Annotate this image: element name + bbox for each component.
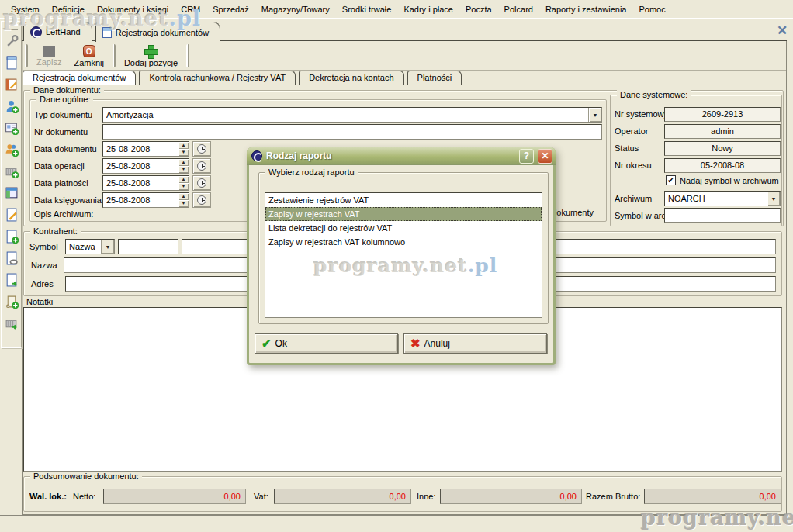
kontrahent-symbol-input[interactable] (118, 239, 178, 254)
calendar-button-data-dokumentu[interactable] (192, 141, 211, 157)
document-link-icon[interactable] (4, 250, 19, 266)
summary-label-netto: Netto: (73, 492, 95, 501)
date-input-data-p-atno-ci[interactable]: 25-08-2008▲▼ (102, 175, 189, 191)
tab-lefthand[interactable]: LeftHand (23, 22, 92, 41)
cancel-label: Anuluj (424, 338, 450, 349)
summary-value-netto: 0,00 (103, 489, 246, 504)
menu-item-sprzeda[interactable]: Sprzedaż (206, 2, 255, 16)
close-document-button[interactable]: Zamknij (68, 42, 110, 70)
calendar-button-data-operacji[interactable] (192, 158, 211, 174)
date-input-data-dokumentu[interactable]: 25-08-2008▲▼ (102, 141, 189, 157)
date-spinner[interactable]: ▲▼ (178, 193, 189, 207)
spinner-down-icon[interactable]: ▼ (178, 183, 189, 190)
save-button[interactable]: Zapisz (30, 42, 68, 70)
menu-item-crm[interactable]: CRM (175, 2, 206, 16)
basket-export-icon[interactable] (4, 316, 19, 331)
spinner-down-icon[interactable]: ▼ (178, 166, 189, 173)
report-option-zestawienie-rejestr-w-vat[interactable]: Zestawienie rejestrów VAT (265, 193, 542, 207)
date-input-data-operacji[interactable]: 25-08-2008▲▼ (102, 158, 189, 174)
spinner-up-icon[interactable]: ▲ (178, 176, 189, 183)
ok-button[interactable]: ✔ Ok (255, 333, 398, 354)
spinner-up-icon[interactable]: ▲ (178, 159, 189, 166)
window-tab-strip: LeftHand Rejestracja dokumentów (23, 22, 220, 42)
spinner-down-icon[interactable]: ▼ (178, 149, 189, 156)
system-value-nr-okresu: 05-2008-08 (664, 158, 781, 173)
menu-item-magazyny-towary[interactable]: Magazyny/Towary (255, 2, 336, 16)
document-export-icon[interactable] (4, 272, 19, 288)
clock-icon (197, 144, 206, 154)
menu-item-pomoc[interactable]: Pomoc (632, 2, 671, 16)
power-icon (83, 45, 95, 57)
add-person-icon[interactable] (4, 98, 19, 114)
archive-symbol-checkbox[interactable]: ✔ (666, 175, 676, 185)
local-currency-label: Wal. lok.: (29, 492, 67, 501)
plus-icon (144, 45, 157, 57)
date-spinner[interactable]: ▲▼ (178, 142, 189, 156)
archive-symbol-input[interactable] (664, 208, 781, 223)
scroll-add-icon[interactable] (4, 294, 19, 309)
doc-type-combobox[interactable]: Amortyzacja ▼ (102, 107, 602, 123)
document-subtabs: Rejestracja dokumentówKontrola rachunkow… (23, 71, 786, 85)
document-add-icon[interactable] (4, 229, 19, 244)
add-card-icon[interactable] (4, 120, 19, 136)
chevron-down-icon[interactable]: ▼ (588, 108, 601, 122)
toolbar-grip[interactable] (25, 44, 28, 67)
side-toolbar-grip[interactable] (5, 24, 18, 30)
report-type-dialog: Rodzaj raportu ? ✕ Wybierz rodzaj raport… (247, 147, 556, 365)
lefthand-logo-icon (30, 26, 42, 38)
close-icon[interactable]: ✕ (538, 149, 552, 164)
summary-label-vat: Vat: (254, 492, 268, 501)
dialog-titlebar[interactable]: Rodzaj raportu ? ✕ (247, 147, 556, 165)
group-dane-dokumentu-label: Dane dokumentu: (30, 85, 104, 95)
add-basket-icon[interactable] (4, 164, 19, 179)
report-option-zapisy-w-rejestrach-vat-kolumnowo[interactable]: Zapisy w rejestrach VAT kolumnowo (265, 235, 542, 249)
menu-item-dokumenty-i-ksi-gi[interactable]: Dokumenty i księgi (91, 2, 175, 16)
spinner-up-icon[interactable]: ▲ (178, 193, 189, 200)
document-edit-icon[interactable] (4, 207, 19, 223)
menu-item-polcard[interactable]: Polcard (498, 2, 539, 16)
date-spinner[interactable]: ▲▼ (178, 159, 189, 173)
kontrahent-search-mode-combobox[interactable]: Nazwa ▼ (65, 239, 115, 254)
subtab-dekretacja-na-kontach[interactable]: Dekretacja na kontach (299, 71, 403, 85)
date-input-data-ksi-gowania[interactable]: 25-08-2008▲▼ (102, 192, 189, 208)
date-spinner[interactable]: ▲▼ (178, 176, 189, 190)
document-icon (102, 27, 112, 38)
spinner-down-icon[interactable]: ▼ (178, 200, 189, 207)
summary-label-inne: Inne: (417, 492, 435, 501)
tab-rejestracja-dokumentow[interactable]: Rejestracja dokumentów (95, 22, 220, 42)
report-option-lista-dekretacji-do-rejestr-w-vat[interactable]: Lista dekretacji do rejestrów VAT (265, 221, 542, 235)
add-group-icon[interactable] (4, 142, 19, 157)
menu-item-raporty-i-zestawienia[interactable]: Raporty i zestawienia (539, 2, 633, 16)
panel-icon[interactable] (4, 185, 19, 201)
notebook-edit-icon[interactable] (4, 77, 19, 92)
toolbar-grip[interactable] (113, 44, 116, 67)
subtab-rejestracja-dokument-w[interactable]: Rejestracja dokumentów (23, 71, 136, 85)
kontrahent-search-mode-value: Nazwa (66, 242, 101, 251)
doc-number-input[interactable] (102, 124, 602, 140)
menu-item-system[interactable]: System (5, 2, 46, 16)
spinner-up-icon[interactable]: ▲ (178, 142, 189, 149)
add-item-button[interactable]: Dodaj pozycję (118, 42, 184, 70)
subtab-p-atno-ci[interactable]: Płatności (407, 71, 462, 85)
chevron-down-icon[interactable]: ▼ (767, 192, 780, 206)
report-option-zapisy-w-rejestrach-vat[interactable]: Zapisy w rejestrach VAT (265, 207, 542, 221)
date-label-data-ksi-gowania: Data księgowania (34, 195, 102, 205)
menu-item-poczta[interactable]: Poczta (459, 2, 498, 16)
wrench-icon[interactable] (4, 33, 19, 49)
menu-item-kadry-i-p-ace[interactable]: Kadry i płace (397, 2, 459, 16)
archive-combobox[interactable]: NOARCH ▼ (664, 191, 781, 206)
help-icon[interactable]: ? (519, 149, 534, 164)
menu-item-rodki-trwa-e[interactable]: Środki trwałe (336, 2, 398, 16)
calendar-button-data-ksi-gowania[interactable] (192, 192, 211, 208)
close-window-icon[interactable]: ✕ (774, 23, 790, 39)
menu-item-definicje[interactable]: Definicje (46, 2, 91, 16)
date-value: 25-08-2008 (103, 161, 178, 171)
subtab-kontrola-rachunkowa-rejestry-vat[interactable]: Kontrola rachunkowa / Rejestry VAT (139, 71, 296, 85)
calendar-button-data-p-atno-ci[interactable] (192, 175, 211, 191)
group-dane-systemowe-label: Dane systemowe: (617, 90, 691, 99)
chevron-down-icon[interactable]: ▼ (101, 240, 114, 254)
document-icon[interactable] (4, 55, 19, 71)
toolbar-grip[interactable] (186, 44, 189, 67)
side-toolbar (1, 21, 22, 348)
cancel-button[interactable]: ✖ Anuluj (403, 333, 547, 354)
